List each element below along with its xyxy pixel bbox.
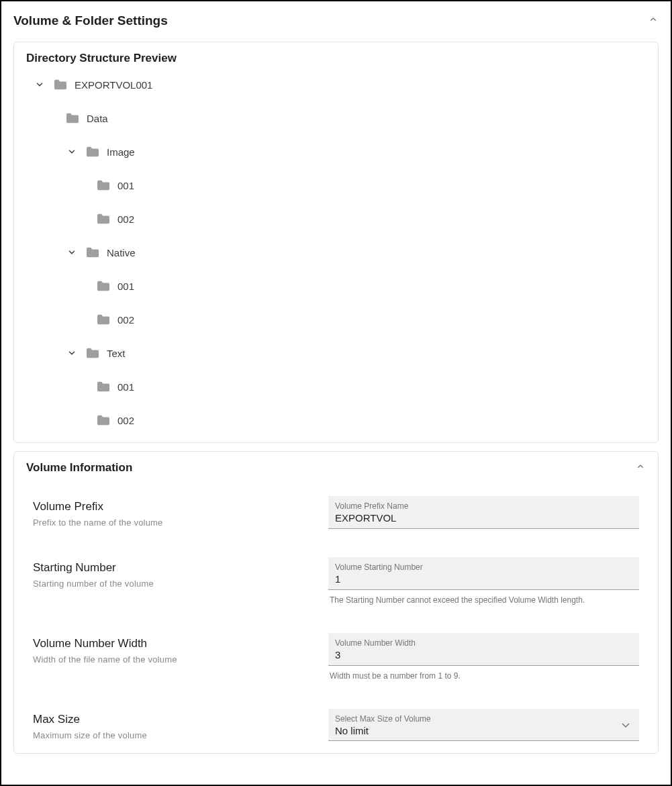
folder-icon: [53, 79, 68, 91]
tree-node-root[interactable]: EXPORTVOL001: [33, 75, 646, 95]
starting-number-input[interactable]: [335, 573, 632, 585]
folder-icon: [85, 246, 100, 258]
tree-label: 001: [117, 180, 134, 191]
tree-node[interactable]: 002: [33, 410, 646, 430]
tree-label: 001: [117, 281, 134, 292]
input-helper-text: The Starting Number cannot exceed the sp…: [328, 595, 639, 605]
input-float-label: Volume Number Width: [335, 638, 632, 648]
folder-icon: [96, 414, 111, 426]
tree-label: Data: [87, 113, 108, 124]
collapse-panel-icon[interactable]: [635, 461, 646, 475]
tree-label: 001: [117, 381, 134, 393]
folder-icon: [96, 381, 111, 393]
folder-icon: [96, 280, 111, 292]
directory-preview-panel: Directory Structure Preview EXPORTVOL001…: [13, 42, 659, 443]
dropdown-arrow-icon: [622, 719, 630, 731]
tree-node[interactable]: 002: [33, 209, 646, 229]
tree-label: EXPORTVOL001: [75, 79, 152, 91]
form-row-number-width: Volume Number Width Width of the file na…: [33, 633, 639, 681]
input-helper-text: Width must be a number from 1 to 9.: [328, 671, 639, 681]
input-float-label: Select Max Size of Volume: [335, 714, 615, 724]
folder-icon: [85, 347, 100, 359]
page-header: Volume & Folder Settings: [13, 13, 659, 28]
tree-label: Text: [107, 348, 126, 359]
field-description: Prefix to the name of the volume: [33, 518, 308, 528]
form-row-volume-prefix: Volume Prefix Prefix to the name of the …: [33, 496, 639, 529]
form-row-starting-number: Starting Number Starting number of the v…: [33, 557, 639, 605]
starting-number-input-wrap[interactable]: Volume Starting Number: [328, 557, 639, 590]
chevron-down-icon[interactable]: [33, 80, 46, 89]
directory-preview-title: Directory Structure Preview: [26, 52, 646, 65]
folder-icon: [96, 213, 111, 225]
folder-icon: [96, 179, 111, 191]
folder-icon: [96, 313, 111, 326]
tree-label: 002: [117, 415, 134, 426]
chevron-down-icon[interactable]: [65, 348, 79, 358]
tree-node[interactable]: 001: [33, 175, 646, 195]
number-width-input-wrap[interactable]: Volume Number Width: [328, 633, 639, 666]
max-size-value: No limit: [335, 725, 615, 736]
form-row-max-size: Max Size Maximum size of the volume Sele…: [33, 709, 639, 741]
folder-icon: [85, 146, 100, 158]
tree-node[interactable]: Data: [33, 108, 646, 128]
collapse-section-icon[interactable]: [648, 14, 659, 28]
directory-tree: EXPORTVOL001 Data Image 001: [26, 75, 646, 430]
chevron-down-icon[interactable]: [65, 147, 79, 156]
tree-label: 002: [117, 213, 134, 225]
field-label: Max Size: [33, 713, 308, 726]
volume-info-panel: Volume Information Volume Prefix Prefix …: [13, 451, 659, 754]
input-float-label: Volume Prefix Name: [335, 501, 632, 511]
field-label: Volume Number Width: [33, 637, 308, 650]
field-description: Starting number of the volume: [33, 579, 308, 589]
field-description: Maximum size of the volume: [33, 730, 308, 740]
folder-icon: [65, 112, 80, 124]
tree-label: Native: [107, 247, 136, 258]
tree-node[interactable]: 001: [33, 377, 646, 397]
field-label: Starting Number: [33, 561, 308, 575]
max-size-select[interactable]: Select Max Size of Volume No limit: [328, 709, 639, 741]
volume-prefix-input-wrap[interactable]: Volume Prefix Name: [328, 496, 639, 529]
tree-node[interactable]: Native: [33, 242, 646, 262]
tree-label: 002: [117, 314, 134, 326]
volume-prefix-input[interactable]: [335, 512, 632, 524]
input-float-label: Volume Starting Number: [335, 562, 632, 572]
volume-info-title: Volume Information: [26, 461, 132, 475]
chevron-down-icon[interactable]: [65, 248, 79, 257]
number-width-input[interactable]: [335, 649, 632, 660]
tree-node[interactable]: 002: [33, 309, 646, 330]
field-description: Width of the file name of the volume: [33, 654, 308, 665]
tree-node[interactable]: Text: [33, 343, 646, 363]
tree-node[interactable]: Image: [33, 142, 646, 162]
tree-node[interactable]: 001: [33, 276, 646, 296]
page-title: Volume & Folder Settings: [13, 13, 168, 28]
tree-label: Image: [107, 146, 135, 158]
field-label: Volume Prefix: [33, 500, 308, 513]
